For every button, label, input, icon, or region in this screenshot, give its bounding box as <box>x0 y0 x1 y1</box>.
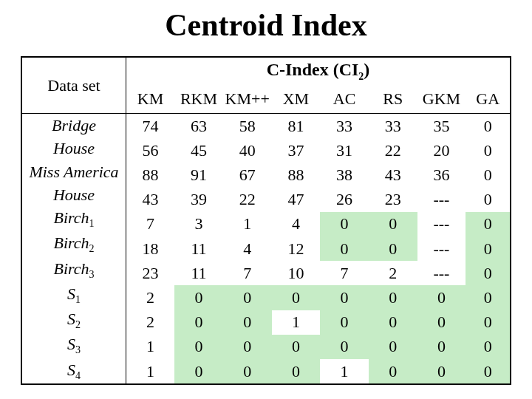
cell: 0 <box>466 335 511 359</box>
cell: 7 <box>223 261 272 285</box>
cell: 47 <box>272 188 321 212</box>
dsn: S <box>67 335 75 353</box>
cell: 1 <box>223 212 272 236</box>
cell: 0 <box>320 236 369 261</box>
cell: 0 <box>272 285 321 310</box>
cell: 0 <box>466 261 511 285</box>
dsn: Birch <box>53 208 89 227</box>
cell: 2 <box>369 261 417 285</box>
cell: 81 <box>272 114 321 138</box>
dataset-name: Birch3 <box>22 257 126 282</box>
cell: 0 <box>417 285 466 310</box>
cell: 0 <box>320 310 369 335</box>
cell: 35 <box>417 114 466 138</box>
table-row: Bridge House Miss America House Birch1 B… <box>21 114 511 138</box>
cell: 0 <box>369 212 417 236</box>
dataset-name: House <box>22 183 126 206</box>
cell: 7 <box>320 261 369 285</box>
dsn: S <box>67 284 75 303</box>
cell: 0 <box>466 114 511 138</box>
cell: 0 <box>466 310 511 335</box>
cell: 0 <box>466 285 511 310</box>
cell: 39 <box>174 188 223 212</box>
cell: 0 <box>320 285 369 310</box>
cell: 0 <box>369 359 417 384</box>
dsn: S <box>67 361 75 379</box>
cell: 0 <box>417 359 466 384</box>
cindex-label-post: ) <box>364 60 369 79</box>
cell: 36 <box>417 163 466 187</box>
dss: 4 <box>75 370 81 381</box>
dataset-name: S2 <box>22 307 126 332</box>
cell: 0 <box>369 310 417 335</box>
cindex-header: C-Index (CI2) <box>126 57 511 84</box>
cell: 11 <box>174 261 223 285</box>
cell: 0 <box>466 138 511 163</box>
cell: 1 <box>126 335 174 359</box>
cell: 0 <box>320 335 369 359</box>
cell: 0 <box>174 285 223 310</box>
cell: 4 <box>272 212 321 236</box>
cell: 0 <box>223 285 272 310</box>
cell: 67 <box>223 163 272 187</box>
cell: 1 <box>320 359 369 384</box>
cell: 2 <box>126 285 174 310</box>
dataset-names-cell: Bridge House Miss America House Birch1 B… <box>21 114 126 384</box>
col-km: KM <box>126 84 174 114</box>
dsn: Birch <box>53 233 89 252</box>
col-rkm: RKM <box>174 84 223 114</box>
cindex-label-pre: C-Index (CI <box>267 60 359 79</box>
dataset-name: Birch1 <box>22 206 126 231</box>
cell: 31 <box>320 138 369 163</box>
cell: 0 <box>369 285 417 310</box>
cell: 7 <box>126 212 174 236</box>
dss: 2 <box>89 244 95 255</box>
cell: 0 <box>466 359 511 384</box>
cell: 0 <box>369 236 417 261</box>
cell: 22 <box>223 188 272 212</box>
cell: 0 <box>466 163 511 187</box>
dataset-name: S4 <box>22 358 126 383</box>
cell: 23 <box>126 261 174 285</box>
cell: 0 <box>223 335 272 359</box>
cell: --- <box>417 236 466 261</box>
cell: 88 <box>126 163 174 187</box>
cell: 0 <box>174 335 223 359</box>
cell: 3 <box>174 212 223 236</box>
cell: 0 <box>466 236 511 261</box>
cell: 43 <box>369 163 417 187</box>
col-kmpp: KM++ <box>223 84 272 114</box>
cell: 43 <box>126 188 174 212</box>
cell: 1 <box>126 359 174 384</box>
cell: 0 <box>369 335 417 359</box>
cell: 58 <box>223 114 272 138</box>
cell: 0 <box>272 359 321 384</box>
dataset-name: S1 <box>22 282 126 307</box>
dsn: Birch <box>53 259 89 278</box>
dss: 1 <box>75 294 81 305</box>
cell: 38 <box>320 163 369 187</box>
cell: 0 <box>466 212 511 236</box>
col-xm: XM <box>272 84 321 114</box>
cell: 33 <box>320 114 369 138</box>
cell: 0 <box>272 335 321 359</box>
col-ga: GA <box>466 84 511 114</box>
cell: 40 <box>223 138 272 163</box>
cell: 20 <box>417 138 466 163</box>
slide: Centroid Index Data set C-Index (CI2) KM… <box>0 0 532 399</box>
cell: 0 <box>174 310 223 335</box>
dataset-name: House <box>22 137 126 160</box>
cell: --- <box>417 212 466 236</box>
col-rs: RS <box>369 84 417 114</box>
cell: 74 <box>126 114 174 138</box>
dsn: S <box>67 310 75 328</box>
col-ac: AC <box>320 84 369 114</box>
dataset-header-label: Data set <box>47 76 100 95</box>
cell: 12 <box>272 236 321 261</box>
col-gkm: GKM <box>417 84 466 114</box>
cell: 0 <box>174 359 223 384</box>
cell: 0 <box>320 212 369 236</box>
dataset-name: S3 <box>22 332 126 358</box>
cell: 0 <box>223 310 272 335</box>
dss: 1 <box>89 219 95 230</box>
